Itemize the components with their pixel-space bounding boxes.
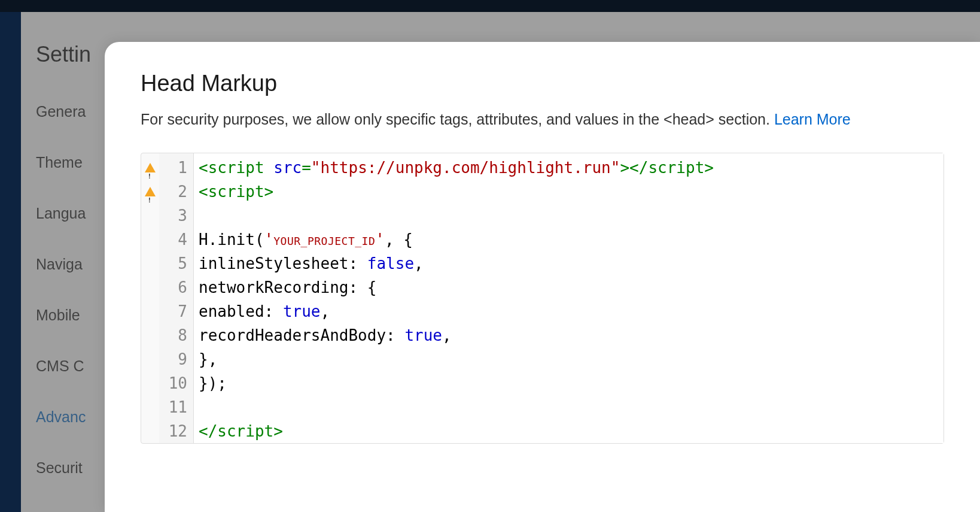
line-number: 4: [159, 228, 187, 252]
modal-description: For security purposes, we allow only spe…: [141, 108, 944, 131]
warning-icon: [145, 299, 159, 323]
main-area: Settin GeneraThemeLanguaNavigaMobileCMS …: [21, 12, 980, 512]
warning-icon: [145, 252, 159, 275]
code-line[interactable]: </script>: [199, 419, 944, 443]
line-number: 10: [159, 371, 187, 395]
line-number: 1: [159, 156, 187, 180]
warning-icon: [145, 419, 159, 443]
line-number: 12: [159, 419, 187, 443]
warning-icon: [145, 395, 159, 419]
code-content[interactable]: <script src="https://unpkg.com/highlight…: [194, 153, 944, 443]
code-line[interactable]: <script src="https://unpkg.com/highlight…: [199, 156, 944, 180]
code-line[interactable]: },: [199, 347, 944, 371]
line-number: 3: [159, 204, 187, 228]
line-number: 9: [159, 347, 187, 371]
warning-icon: [145, 180, 159, 204]
warning-icon: [145, 204, 159, 228]
code-line[interactable]: [199, 395, 944, 419]
code-editor[interactable]: 123456789101112 <script src="https://unp…: [141, 153, 944, 444]
warning-icon: [145, 347, 159, 371]
modal-description-text: For security purposes, we allow only spe…: [141, 111, 774, 128]
code-line[interactable]: H.init('YOUR_PROJECT_ID', {: [199, 228, 944, 252]
line-number: 8: [159, 323, 187, 347]
code-line[interactable]: inlineStylesheet: false,: [199, 252, 944, 275]
line-number: 2: [159, 180, 187, 204]
code-line[interactable]: recordHeadersAndBody: true,: [199, 323, 944, 347]
line-number: 5: [159, 252, 187, 275]
head-markup-modal: Head Markup For security purposes, we al…: [105, 42, 980, 512]
modal-title: Head Markup: [141, 71, 944, 96]
learn-more-link[interactable]: Learn More: [774, 111, 851, 128]
warning-icon: [145, 275, 159, 299]
line-number: 11: [159, 395, 187, 419]
left-rail: [0, 12, 21, 512]
code-line[interactable]: });: [199, 371, 944, 395]
code-line[interactable]: [199, 204, 944, 228]
warning-icon: [145, 156, 159, 180]
code-line[interactable]: <script>: [199, 180, 944, 204]
warning-icon: [145, 323, 159, 347]
warning-icon: [145, 371, 159, 395]
code-line[interactable]: enabled: true,: [199, 299, 944, 323]
gutter-line-numbers: 123456789101112: [159, 153, 194, 443]
warning-icon: [145, 228, 159, 252]
gutter-warnings: [141, 153, 159, 443]
line-number: 7: [159, 299, 187, 323]
top-bar: [0, 0, 980, 12]
line-number: 6: [159, 275, 187, 299]
code-line[interactable]: networkRecording: {: [199, 275, 944, 299]
